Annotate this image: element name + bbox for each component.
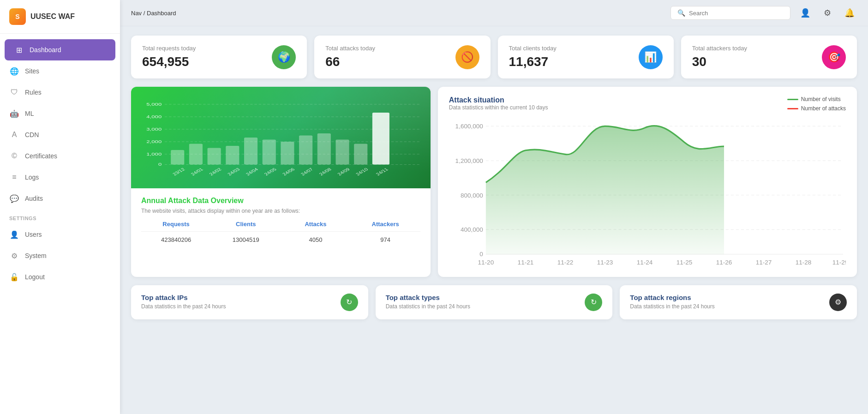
annual-desc: The website visits, attacks display with…	[141, 208, 420, 214]
bottom-card-types: Top attack types Data statistics in the …	[376, 285, 613, 319]
bottom-title-types: Top attack types	[386, 294, 470, 301]
svg-text:11-20: 11-20	[478, 259, 494, 266]
col-clients: Clients	[211, 221, 281, 228]
sidebar-item-logs[interactable]: ≡ Logs	[0, 167, 120, 188]
legend-visits-label: Number of visits	[801, 96, 841, 102]
settings-section-label: SETTINGS	[0, 209, 120, 224]
stat-card-clients: Total clients today 11,637 📊	[498, 36, 674, 78]
svg-rect-19	[299, 136, 312, 165]
legend-attacks: Number of attacks	[787, 105, 846, 112]
users-icon: 👤	[9, 229, 19, 240]
svg-text:11-28: 11-28	[796, 259, 812, 266]
header-right: 🔍 👤 ⚙ 🔔	[670, 6, 857, 20]
sidebar-item-dashboard[interactable]: ⊞ Dashboard	[5, 39, 115, 60]
svg-text:0: 0	[158, 162, 162, 167]
col-requests: Requests	[141, 221, 211, 228]
col-attacks: Attacks	[281, 221, 350, 228]
sidebar-item-label: Certificates	[25, 152, 57, 160]
bar-chart-svg: 5,000 4,000 3,000 2,000 1,000 0	[140, 96, 421, 179]
sidebar-item-label: Logout	[25, 273, 45, 281]
legend-attacks-label: Number of attacks	[801, 105, 846, 112]
svg-text:11-23: 11-23	[597, 259, 613, 266]
sidebar-item-rules[interactable]: 🛡 Rules	[0, 82, 120, 103]
bottom-action-regions[interactable]: ⚙	[829, 294, 847, 311]
sidebar-nav: ⊞ Dashboard 🌐 Sites 🛡 Rules 🤖 ML A CDN ©…	[0, 34, 120, 414]
sidebar-item-label: Audits	[25, 195, 43, 202]
settings-icon[interactable]: ⚙	[820, 6, 835, 20]
sidebar-item-system[interactable]: ⚙ System	[0, 245, 120, 266]
attack-card-sub: Data statistics within the current 10 da…	[449, 104, 548, 111]
stat-card-attacks: Total attacks today 66 🚫	[314, 36, 490, 78]
sidebar-item-certificates[interactable]: © Certificates	[0, 145, 120, 167]
stat-cards-row: Total requests today 654,955 🌍 Total att…	[131, 36, 857, 78]
svg-text:800,000: 800,000	[461, 192, 483, 199]
val-requests: 423840206	[141, 236, 211, 243]
user-icon[interactable]: 👤	[798, 6, 813, 20]
sidebar-item-label: Sites	[25, 67, 39, 75]
search-box[interactable]: 🔍	[670, 6, 790, 20]
svg-text:24/08: 24/08	[318, 167, 332, 176]
bottom-action-types[interactable]: ↻	[585, 294, 602, 311]
stat-icon-attackers: 🎯	[822, 45, 846, 69]
ml-icon: 🤖	[9, 108, 19, 119]
logo-text: UUSEC WAF	[30, 12, 75, 21]
sidebar-item-users[interactable]: 👤 Users	[0, 224, 120, 245]
svg-rect-15	[226, 146, 239, 165]
sidebar-logo: S UUSEC WAF	[0, 0, 120, 34]
svg-text:1,000: 1,000	[146, 152, 162, 156]
svg-text:0: 0	[479, 251, 483, 258]
notification-icon[interactable]: 🔔	[842, 6, 857, 20]
svg-text:1,200,000: 1,200,000	[455, 157, 483, 164]
line-chart-area: 1,600,000 1,200,000 800,000 400,000 0	[449, 118, 846, 268]
svg-text:24/03: 24/03	[227, 167, 241, 176]
val-attackers: 974	[351, 236, 420, 243]
svg-text:11-24: 11-24	[636, 259, 652, 266]
bottom-card-ips: Top attack IPs Data statistics in the pa…	[131, 285, 368, 319]
svg-text:23/12: 23/12	[172, 167, 186, 176]
attack-card-title: Attack situation	[449, 96, 548, 104]
svg-text:11-25: 11-25	[676, 259, 692, 266]
stat-label-requests: Total requests today	[142, 45, 196, 52]
svg-text:2,000: 2,000	[146, 139, 162, 144]
sidebar-item-sites[interactable]: 🌐 Sites	[0, 60, 120, 82]
sidebar-item-ml[interactable]: 🤖 ML	[0, 103, 120, 124]
svg-text:11-26: 11-26	[716, 259, 732, 266]
shield-icon: 🛡	[9, 87, 19, 97]
annual-card-body: Annual Attack Data Overview The website …	[131, 188, 431, 256]
main-area: Nav / Dashboard 🔍 👤 ⚙ 🔔 Total requests t…	[120, 0, 868, 414]
bottom-title-regions: Top attack regions	[630, 294, 714, 301]
attack-card-header: Attack situation Data statistics within …	[449, 96, 846, 116]
svg-rect-17	[263, 140, 276, 165]
svg-text:4,000: 4,000	[146, 114, 162, 119]
middle-row: 5,000 4,000 3,000 2,000 1,000 0	[131, 87, 857, 277]
svg-text:11-29: 11-29	[832, 259, 846, 266]
stat-value-attackers: 30	[692, 54, 747, 69]
stat-label-attacks: Total attacks today	[325, 45, 375, 52]
sidebar: S UUSEC WAF ⊞ Dashboard 🌐 Sites 🛡 Rules …	[0, 0, 120, 414]
sidebar-item-audits[interactable]: 💬 Audits	[0, 188, 120, 209]
stat-value-attacks: 66	[325, 54, 375, 69]
chart-legend: Number of visits Number of attacks	[787, 96, 846, 112]
cert-icon: ©	[9, 151, 19, 161]
annual-title: Annual Attack Data Overview	[141, 197, 420, 205]
bottom-sub-types: Data statistics in the past 24 hours	[386, 303, 470, 310]
svg-text:24/07: 24/07	[300, 167, 314, 176]
svg-text:24/02: 24/02	[208, 167, 222, 176]
svg-text:24/01: 24/01	[190, 167, 204, 176]
sidebar-item-label: Rules	[25, 89, 42, 96]
annual-card: 5,000 4,000 3,000 2,000 1,000 0	[131, 87, 431, 277]
svg-rect-18	[281, 142, 294, 165]
val-clients: 13004519	[211, 236, 281, 243]
bottom-sub-ips: Data statistics in the past 24 hours	[141, 303, 226, 310]
col-attackers: Attackers	[351, 221, 420, 228]
stat-icon-clients: 📊	[639, 45, 663, 69]
sidebar-item-logout[interactable]: 🔓 Logout	[0, 266, 120, 288]
svg-text:24/09: 24/09	[336, 167, 351, 176]
svg-text:11-27: 11-27	[756, 259, 772, 266]
search-input[interactable]	[689, 10, 784, 17]
annual-table-row: 423840206 13004519 4050 974	[141, 232, 420, 248]
svg-rect-14	[208, 148, 221, 165]
bottom-action-ips[interactable]: ↻	[341, 294, 358, 311]
stat-value-clients: 11,637	[509, 54, 557, 69]
sidebar-item-cdn[interactable]: A CDN	[0, 124, 120, 145]
